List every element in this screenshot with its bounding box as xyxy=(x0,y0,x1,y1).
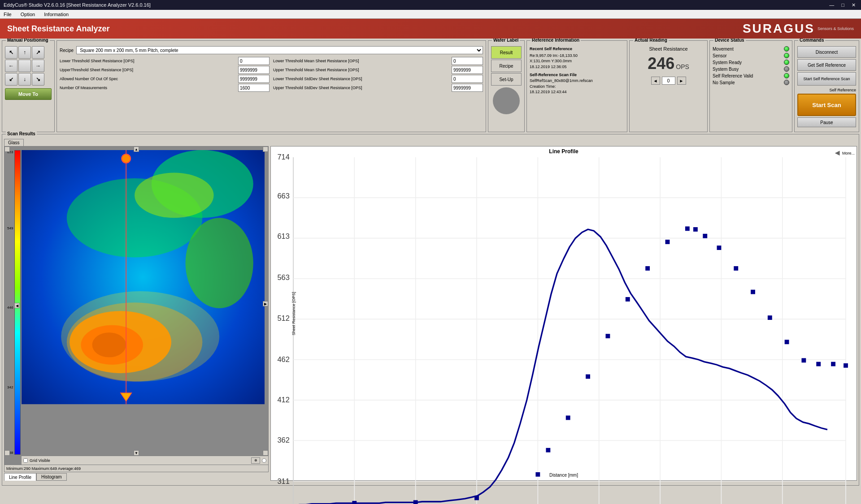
field-label-6: Lower Threshold StdDev Sheet Resistance … xyxy=(273,77,450,81)
field-label-7: Upper Threshold StdDev Sheet Resistance … xyxy=(273,86,450,90)
arrow-left[interactable]: ← xyxy=(5,60,17,72)
close-btn[interactable]: ✕ xyxy=(850,2,857,8)
stats-bar: Minimum:290 Maximum:649 Average:469 xyxy=(4,465,269,472)
actual-reading-panel: Actual Reading Sheet Resistance 246 OPS … xyxy=(629,40,708,132)
arrow-center[interactable] xyxy=(18,60,31,72)
title-text: EddyCus® Studio V2.6.0.16 [Sheet Resista… xyxy=(4,2,151,8)
arrow-downleft[interactable]: ↙ xyxy=(5,73,17,86)
heatmap-stats: Minimum:290 Maximum:649 Average:469 xyxy=(6,466,81,471)
svg-rect-55 xyxy=(844,363,848,368)
svg-rect-33 xyxy=(352,501,357,504)
recipe-field-2: Allowed Number Of Out Of Spec xyxy=(60,75,270,83)
manual-positioning-title: Manual Positioning xyxy=(6,39,50,43)
nav-prev-btn[interactable]: ◄ xyxy=(651,77,660,85)
colorbar-label-v2: 446 xyxy=(7,306,13,310)
wafer-recipe-btn[interactable]: Recipe xyxy=(491,60,522,72)
svg-rect-36 xyxy=(535,472,540,477)
wafer-setup-btn[interactable]: Set-Up xyxy=(491,73,522,86)
grid-visible-checkbox[interactable] xyxy=(23,458,28,463)
heatmap-settings-btn[interactable] xyxy=(262,458,266,463)
menu-bar: File Option Information xyxy=(0,10,861,19)
wafer-result-btn[interactable]: Result xyxy=(491,46,522,59)
field-label-5: Upper Threshold Mean Sheet Resistance [O… xyxy=(273,68,450,72)
resize-handle-bl[interactable] xyxy=(4,450,10,456)
get-self-ref-button[interactable]: Get Self Reference xyxy=(797,59,856,71)
window-controls[interactable]: — □ ✕ xyxy=(827,2,857,8)
recipe-field-1: UpperThreshold Sheet Resistance [OPS] xyxy=(60,66,270,74)
svg-rect-43 xyxy=(665,240,670,244)
arrow-upleft[interactable]: ↖ xyxy=(5,46,17,59)
bottom-tabs: Line Profile Histogram xyxy=(4,473,269,481)
scan-results-panel: Scan Results Glass Sheet xyxy=(2,134,859,486)
device-status-panel: Device Status Movement Sensor System Rea… xyxy=(709,40,792,132)
start-scan-button[interactable]: Start Scan xyxy=(797,94,856,116)
field-input-0[interactable] xyxy=(238,57,270,65)
chart-x-label: Distance [mm] xyxy=(549,473,578,478)
arrow-up[interactable]: ↑ xyxy=(18,46,31,59)
scroll-down-btn[interactable]: ▼ xyxy=(134,450,139,456)
status-rows: Movement Sensor System Ready System Busy… xyxy=(713,46,789,85)
more-button[interactable]: ◄ More... xyxy=(833,148,855,158)
svg-rect-35 xyxy=(474,496,479,500)
recipe-field-0: Lower Threshold Sheet Resistance [OPS] xyxy=(60,57,270,65)
arrow-down[interactable]: ↓ xyxy=(18,73,31,86)
recipe-panel: Recipe Square 200 mm x 200 mm, 5 mm Pitc… xyxy=(57,40,486,132)
arrow-upright[interactable]: ↗ xyxy=(32,46,44,59)
field-input-1[interactable] xyxy=(238,66,270,74)
status-label-4: Self Reference Valid xyxy=(713,73,753,78)
svg-rect-42 xyxy=(645,266,650,271)
status-led-4 xyxy=(784,73,789,78)
svg-rect-44 xyxy=(685,226,690,231)
tab-line-profile[interactable]: Line Profile xyxy=(4,473,36,481)
svg-rect-48 xyxy=(734,266,738,271)
time-value: 18.12.2019 12:36:05 xyxy=(530,64,624,70)
field-input-4[interactable] xyxy=(452,57,483,65)
menu-option[interactable]: Option xyxy=(19,11,37,18)
chart-area: Sheet Resistance [OPS] 653 549 446 342 2… xyxy=(4,146,857,481)
menu-file[interactable]: File xyxy=(2,11,13,18)
minimize-btn[interactable]: — xyxy=(827,2,836,8)
field-input-5[interactable] xyxy=(452,66,483,74)
svg-text:412: 412 xyxy=(277,396,289,404)
field-input-7[interactable] xyxy=(452,84,483,92)
status-label-2: System Ready xyxy=(713,60,742,65)
heatmap-svg xyxy=(22,150,265,404)
menu-information[interactable]: Information xyxy=(42,11,70,18)
svg-text:362: 362 xyxy=(277,436,289,444)
chart-y-label: Sheet Resistance [OPS] xyxy=(291,292,296,335)
maximize-btn[interactable]: □ xyxy=(839,2,846,8)
svg-point-9 xyxy=(61,291,219,382)
recipe-field-6: Lower Threshold StdDev Sheet Resistance … xyxy=(273,75,483,83)
pause-button[interactable]: Pause xyxy=(797,117,856,127)
scroll-left-btn[interactable]: ◀ xyxy=(14,303,20,308)
resize-handle-tl[interactable] xyxy=(4,146,10,152)
field-input-2[interactable] xyxy=(238,75,270,83)
svg-rect-49 xyxy=(751,290,755,294)
suragus-logo: SURAGUS Sensors & Solutions xyxy=(743,22,854,36)
scroll-right-btn[interactable]: ▶ xyxy=(263,301,268,306)
disconnect-button[interactable]: Disconnect xyxy=(797,46,856,58)
recipe-select[interactable]: Square 200 mm x 200 mm, 5 mm Pitch, comp… xyxy=(76,46,483,54)
field-input-3[interactable] xyxy=(238,84,270,92)
svg-rect-41 xyxy=(626,297,630,302)
status-row-2: System Ready xyxy=(713,60,789,65)
scroll-up-btn[interactable]: ▲ xyxy=(134,146,139,152)
tab-histogram[interactable]: Histogram xyxy=(36,473,67,481)
field-input-6[interactable] xyxy=(452,75,483,83)
glass-tab[interactable]: Glass xyxy=(4,139,24,146)
svg-text:714: 714 xyxy=(277,153,289,161)
start-self-ref-button[interactable]: Start Self Reference Scan xyxy=(797,72,856,86)
nav-next-btn[interactable]: ► xyxy=(677,77,686,85)
svg-rect-37 xyxy=(546,448,550,452)
arrow-right[interactable]: → xyxy=(32,60,44,72)
nav-input[interactable] xyxy=(662,77,675,85)
zoom-fit-btn[interactable]: ⊕ xyxy=(251,457,260,464)
resize-handle-br[interactable] xyxy=(263,450,268,456)
status-label-5: No Sample xyxy=(713,80,735,85)
svg-rect-46 xyxy=(703,234,707,238)
move-to-button[interactable]: Move To xyxy=(5,88,52,100)
creation-value: 18.12.2019 12:43:44 xyxy=(530,89,624,95)
svg-rect-39 xyxy=(586,375,590,379)
arrow-downright[interactable]: ↘ xyxy=(32,73,44,86)
resize-handle-tr[interactable] xyxy=(263,146,268,152)
